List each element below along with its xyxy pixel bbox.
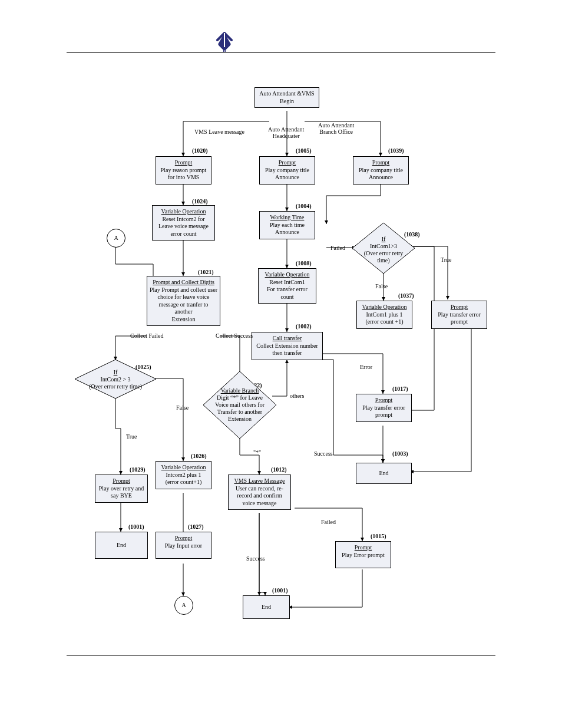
- text: Play transfer error: [359, 404, 409, 412]
- text: say BYE: [98, 492, 145, 500]
- title: Prompt: [434, 304, 484, 311]
- text: Begin: [257, 98, 316, 106]
- text: Announce: [262, 229, 312, 236]
- node-1024: Variable Operation Reset Intcom2 for Lea…: [152, 205, 215, 241]
- node-1027: Prompt Play Input error: [156, 532, 211, 559]
- node-prompt-transfer-error-2: Prompt Play transfer error prompt: [431, 301, 487, 329]
- rule-bottom: [67, 655, 495, 656]
- svg-text:(Over error retry: (Over error retry: [364, 250, 404, 257]
- node-1038: If IntCom1>3 (Over error retry time): [352, 223, 415, 274]
- node-1008: Variable Operation Reset IntCom1 For tra…: [258, 268, 316, 304]
- node-1029: Prompt Play over retry and say BYE: [95, 475, 148, 503]
- node-1015: Prompt Play Error prompt: [335, 541, 391, 568]
- edge-label: Success: [314, 450, 333, 457]
- title: Prompt: [98, 477, 145, 485]
- title: Prompt: [356, 159, 406, 167]
- title: Prompt: [158, 535, 209, 542]
- node-1012: VMS Leave Message User can recond, re- r…: [228, 475, 291, 510]
- text: message or tranfer to another: [150, 301, 217, 316]
- node-id: (1037): [398, 292, 414, 299]
- text: For transfer error: [261, 286, 313, 294]
- edge-label: Failed: [321, 519, 336, 525]
- node-id: (1008): [296, 260, 312, 266]
- node-1001b: End: [243, 595, 290, 619]
- text: Play Input error: [158, 542, 209, 550]
- node-1037: Variable Operation IntCom1 plus 1 (error…: [356, 301, 412, 329]
- node-id: (1017): [392, 386, 408, 392]
- node-1017: Prompt Play transfer error prompt: [356, 394, 412, 422]
- title: Variable Operation: [261, 271, 313, 279]
- page: Auto Attendant &VMS Begin VMS Leave mess…: [0, 0, 562, 728]
- text: then transfer: [254, 350, 320, 357]
- node-1020: Prompt Play reason prompt for into VMS: [156, 156, 211, 185]
- text: Play company title: [356, 167, 406, 174]
- edge-label: Collect Success: [216, 332, 253, 339]
- rule-top: [67, 52, 495, 53]
- svg-text:If: If: [382, 236, 386, 242]
- edge-label: Auto Attendant Branch Office: [318, 122, 354, 135]
- svg-text:If: If: [114, 369, 118, 375]
- svg-text:Extension: Extension: [228, 416, 252, 422]
- edge-label: False: [176, 404, 189, 411]
- node-id: (1004): [296, 203, 312, 209]
- svg-text:Variable Branch: Variable Branch: [221, 387, 259, 394]
- node-id: (1012): [271, 466, 287, 473]
- text: Play company title: [262, 167, 312, 174]
- title: Variable Operation: [359, 304, 409, 311]
- text: Play each time: [262, 222, 312, 229]
- node-1039: Prompt Play company title Announce: [353, 156, 409, 185]
- title: Working Time: [262, 214, 312, 222]
- edge-label: "*": [253, 449, 261, 456]
- edge-label: VMS Leave message: [194, 129, 244, 135]
- title: Prompt: [158, 159, 209, 167]
- text: voice message: [231, 500, 288, 508]
- node-1022: Variable Branch Digit “*” for Leave Voic…: [203, 371, 276, 439]
- title: Prompt and Collect Digits: [150, 279, 217, 286]
- node-id: (1005): [296, 147, 312, 154]
- text: Intcom2 plus 1: [158, 472, 209, 479]
- node-1021: Prompt and Collect Digits Play Prompt an…: [147, 276, 220, 326]
- connector-a: A: [174, 596, 193, 615]
- text: prompt: [434, 318, 484, 326]
- node-1002: Call transfer Collect Extension number t…: [252, 332, 323, 360]
- node-id: (1027): [188, 523, 204, 530]
- title: Variable Operation: [158, 464, 209, 472]
- svg-text:(Over error retry time): (Over error retry time): [89, 383, 142, 390]
- text: Play Error prompt: [338, 552, 388, 559]
- text: Auto Attendant &VMS: [257, 90, 316, 98]
- edge-label: False: [375, 283, 388, 289]
- node-id: (1039): [388, 147, 404, 154]
- svg-text:time): time): [377, 257, 389, 264]
- text: User can recond, re-: [231, 485, 288, 493]
- node-id: (1001): [128, 523, 144, 530]
- text: Extension: [150, 316, 217, 324]
- edge-label: Error: [360, 364, 372, 370]
- node-1005: Prompt Play company title Announce: [259, 156, 315, 185]
- node-id: (1029): [130, 466, 146, 473]
- text: Announce: [262, 174, 312, 182]
- text: Play Prompt and collect user: [150, 286, 217, 294]
- text: Play over retry and: [98, 485, 145, 493]
- node-1026: Variable Operation Intcom2 plus 1 (error…: [156, 461, 211, 489]
- svg-text:Voice mail others for: Voice mail others for: [215, 401, 265, 408]
- node-id: (1001): [272, 587, 288, 594]
- title: Call transfer: [254, 335, 320, 342]
- text: (error count+1): [158, 479, 209, 486]
- text: (error count +1): [359, 318, 409, 326]
- text: IntCom1 plus 1: [359, 311, 409, 319]
- edge-label: others: [290, 393, 304, 399]
- node-id: (1026): [191, 453, 207, 459]
- node-id: (1021): [198, 269, 214, 275]
- node-id: (1002): [296, 323, 312, 330]
- text: for into VMS: [158, 174, 209, 182]
- title: Prompt: [262, 159, 312, 167]
- text: Play transfer error: [434, 311, 484, 319]
- connector-a: A: [107, 229, 125, 248]
- text: Announce: [356, 174, 406, 182]
- text: prompt: [359, 411, 409, 419]
- text: count: [261, 294, 313, 301]
- edge-label: True: [126, 433, 137, 440]
- node-1003: End: [356, 463, 412, 484]
- node-id: (1015): [371, 533, 386, 539]
- node-id: (1020): [192, 147, 208, 154]
